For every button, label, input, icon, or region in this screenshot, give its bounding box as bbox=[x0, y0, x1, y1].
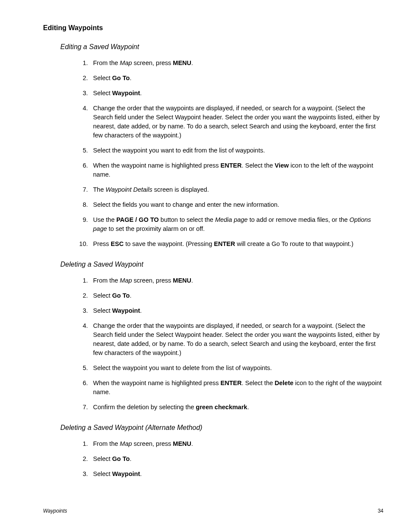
step-list: From the Map screen, press MENU.Select G… bbox=[69, 439, 383, 479]
step-item: Select Waypoint. bbox=[90, 470, 383, 479]
step-item: Select the waypoint you want to delete f… bbox=[90, 364, 383, 373]
page-number: 34 bbox=[378, 508, 383, 514]
step-item: Select Go To. bbox=[90, 74, 383, 83]
section-title: Editing Waypoints bbox=[43, 24, 383, 32]
subsection-heading: Deleting a Saved Waypoint (Alternate Met… bbox=[60, 424, 383, 432]
step-item: The Waypoint Details screen is displayed… bbox=[90, 185, 383, 194]
step-item: Select the fields you want to change and… bbox=[90, 200, 383, 209]
content: Editing a Saved WaypointFrom the Map scr… bbox=[43, 43, 383, 479]
subsection-heading: Deleting a Saved Waypoint bbox=[60, 261, 383, 268]
step-item: Select Waypoint. bbox=[90, 89, 383, 98]
step-item: When the waypoint name is highlighted pr… bbox=[90, 379, 383, 397]
footer-section-name: Waypoints bbox=[43, 508, 67, 514]
step-item: Change the order that the waypoints are … bbox=[90, 104, 383, 140]
step-item: Use the PAGE / GO TO button to select th… bbox=[90, 215, 383, 233]
step-item: From the Map screen, press MENU. bbox=[90, 276, 383, 285]
step-item: Press ESC to save the waypoint. (Pressin… bbox=[90, 240, 383, 249]
step-item: When the waypoint name is highlighted pr… bbox=[90, 161, 383, 179]
step-item: Confirm the deletion by selecting the gr… bbox=[90, 403, 383, 412]
subsection-heading: Editing a Saved Waypoint bbox=[60, 43, 383, 51]
step-item: From the Map screen, press MENU. bbox=[90, 439, 383, 448]
step-item: From the Map screen, press MENU. bbox=[90, 59, 383, 68]
step-list: From the Map screen, press MENU.Select G… bbox=[69, 276, 383, 412]
page-footer: Waypoints 34 bbox=[43, 508, 383, 514]
step-item: Select Go To. bbox=[90, 291, 383, 300]
step-item: Change the order that the waypoints are … bbox=[90, 321, 383, 358]
page: Editing Waypoints Editing a Saved Waypoi… bbox=[0, 0, 411, 532]
step-list: From the Map screen, press MENU.Select G… bbox=[69, 59, 383, 249]
step-item: Select the waypoint you want to edit fro… bbox=[90, 146, 383, 155]
step-item: Select Waypoint. bbox=[90, 306, 383, 315]
step-item: Select Go To. bbox=[90, 454, 383, 464]
